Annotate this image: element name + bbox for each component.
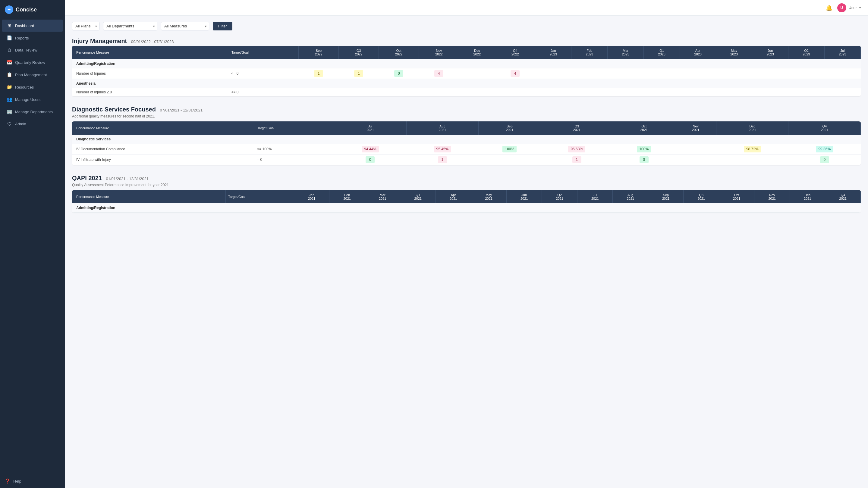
table-cell-5 bbox=[419, 88, 459, 96]
cell-value: 1 bbox=[314, 70, 323, 77]
sidebar-item-plan-management[interactable]: 📋 Plan Management bbox=[2, 69, 63, 81]
col-header-16: Dec2021 bbox=[789, 190, 825, 203]
cell-value: 4 bbox=[510, 70, 520, 77]
col-header-5: Nov2022 bbox=[419, 46, 459, 59]
col-header-13: Q32021 bbox=[684, 190, 719, 203]
table-row: Number of Injuries 2.0<= 0 bbox=[72, 88, 861, 96]
group-header: Admitting/Registration bbox=[72, 203, 861, 213]
sidebar-item-admin[interactable]: 🛡 Admin bbox=[2, 118, 63, 130]
sidebar-item-data-review[interactable]: 🗒 Data Review bbox=[2, 44, 63, 56]
cell-value: 1 bbox=[354, 70, 363, 77]
table-cell-9 bbox=[571, 68, 608, 79]
table-cell-0: IV Infiltrate with Injury bbox=[72, 155, 255, 165]
sidebar-item-manage-users[interactable]: 👥 Manage Users bbox=[2, 93, 63, 105]
table-cell-9: 99.36% bbox=[788, 144, 861, 155]
col-header-1: Target/Goal bbox=[226, 190, 294, 203]
col-header-9: Feb2023 bbox=[571, 46, 608, 59]
col-header-8: Jun2021 bbox=[506, 190, 542, 203]
date-range: 01/01/2021 - 12/31/2021 bbox=[106, 176, 149, 181]
col-header-13: May2023 bbox=[716, 46, 752, 59]
sidebar-item-quarterly-review[interactable]: 📅 Quarterly Review bbox=[2, 56, 63, 68]
user-menu[interactable]: U User ▾ bbox=[837, 3, 861, 12]
col-header-9: Q42021 bbox=[788, 121, 861, 135]
col-header-15: Q22023 bbox=[788, 46, 825, 59]
sidebar-item-resources[interactable]: 📁 Resources bbox=[2, 81, 63, 93]
table-cell-16 bbox=[824, 68, 861, 79]
table-cell-7: 4 bbox=[495, 68, 535, 79]
table-cell-13 bbox=[716, 68, 752, 79]
col-header-3: Aug2021 bbox=[406, 121, 478, 135]
data-review-icon: 🗒 bbox=[7, 47, 12, 53]
table-cell-5: 1 bbox=[541, 155, 613, 165]
data-review-label: Data Review bbox=[15, 48, 58, 53]
departments-filter[interactable]: All Departments bbox=[103, 22, 157, 30]
table-cell-13 bbox=[716, 88, 752, 96]
col-header-6: Dec2022 bbox=[459, 46, 495, 59]
measures-filter[interactable]: All Measures bbox=[161, 22, 209, 30]
table-cell-8 bbox=[535, 68, 571, 79]
table-cell-8 bbox=[535, 88, 571, 96]
main-area: 🔔 U User ▾ All Plans All Departments bbox=[65, 0, 868, 488]
manage-users-label: Manage Users bbox=[15, 97, 58, 102]
qapi-2021-table-wrap: Performance MeasureTarget/GoalJan2021Feb… bbox=[72, 190, 861, 213]
table-cell-11 bbox=[644, 88, 680, 96]
table-cell-2: 1 bbox=[299, 68, 339, 79]
cell-value: 95.45% bbox=[434, 146, 451, 153]
plan-management-icon: 📋 bbox=[7, 72, 12, 77]
table-cell-15 bbox=[788, 88, 825, 96]
table-cell-0: Number of Injuries bbox=[72, 68, 229, 79]
table-cell-12 bbox=[680, 88, 716, 96]
table-cell-2 bbox=[299, 88, 339, 96]
table-cell-3: 1 bbox=[339, 68, 379, 79]
cell-value: 100% bbox=[637, 146, 651, 153]
col-header-14: Oct2021 bbox=[719, 190, 754, 203]
cell-value: 0 bbox=[820, 156, 829, 163]
resources-label: Resources bbox=[15, 85, 58, 90]
table-cell-6: 100% bbox=[613, 144, 675, 155]
injury-management-table-wrap: Performance MeasureTarget/GoalSep2022Q32… bbox=[72, 46, 861, 96]
table-cell-6 bbox=[459, 88, 495, 96]
notifications-bell[interactable]: 🔔 bbox=[826, 4, 832, 11]
col-header-2: Jan2021 bbox=[294, 190, 330, 203]
col-header-6: Oct2021 bbox=[613, 121, 675, 135]
table-cell-14 bbox=[752, 68, 788, 79]
table-cell-11 bbox=[644, 68, 680, 79]
col-header-2: Sep2022 bbox=[299, 46, 339, 59]
table-cell-0: IV Documentation Compliance bbox=[72, 144, 255, 155]
col-header-4: Mar2021 bbox=[365, 190, 400, 203]
help-item[interactable]: ❓ Help bbox=[0, 474, 65, 488]
cell-value: 0 bbox=[394, 70, 403, 77]
col-header-5: Q12021 bbox=[400, 190, 436, 203]
admin-icon: 🛡 bbox=[7, 121, 12, 127]
table-cell-4: 0 bbox=[379, 68, 419, 79]
plans-filter[interactable]: All Plans bbox=[72, 22, 99, 30]
filter-button[interactable]: Filter bbox=[213, 22, 232, 30]
table-cell-7 bbox=[675, 144, 716, 155]
table-cell-10 bbox=[608, 68, 644, 79]
table-cell-7 bbox=[495, 88, 535, 96]
table-cell-4 bbox=[478, 155, 541, 165]
table-cell-3: 95.45% bbox=[406, 144, 478, 155]
sidebar-item-dashboard[interactable]: ⊞ Dashboard bbox=[2, 20, 63, 32]
table-cell-8: 98.72% bbox=[716, 144, 788, 155]
table-cell-15 bbox=[788, 68, 825, 79]
col-header-7: Q42022 bbox=[495, 46, 535, 59]
col-header-12: Apr2023 bbox=[680, 46, 716, 59]
table-cell-1: >= 100% bbox=[255, 144, 334, 155]
logo-area[interactable]: ✦ Concise bbox=[0, 0, 65, 19]
table-row: Number of Injuries<= 011044 bbox=[72, 68, 861, 79]
col-header-1: Target/Goal bbox=[229, 46, 299, 59]
sidebar-item-manage-departments[interactable]: 🏢 Manage Departments bbox=[2, 106, 63, 118]
col-header-0: Performance Measure bbox=[72, 190, 226, 203]
table-cell-12 bbox=[680, 68, 716, 79]
col-header-11: Aug2021 bbox=[613, 190, 648, 203]
sidebar: ✦ Concise ⊞ Dashboard📄 Reports🗒 Data Rev… bbox=[0, 0, 65, 488]
table-row: IV Infiltrate with Injury= 001100 bbox=[72, 155, 861, 165]
section-subtitle: Quality Assessment Peformance Improvemen… bbox=[72, 183, 861, 187]
sidebar-item-reports[interactable]: 📄 Reports bbox=[2, 32, 63, 44]
table-cell-4: 100% bbox=[478, 144, 541, 155]
table-cell-6: 0 bbox=[613, 155, 675, 165]
quarterly-review-icon: 📅 bbox=[7, 60, 12, 65]
dashboard-label: Dashboard bbox=[15, 24, 58, 28]
measures-filter-wrap: All Measures bbox=[161, 22, 209, 30]
